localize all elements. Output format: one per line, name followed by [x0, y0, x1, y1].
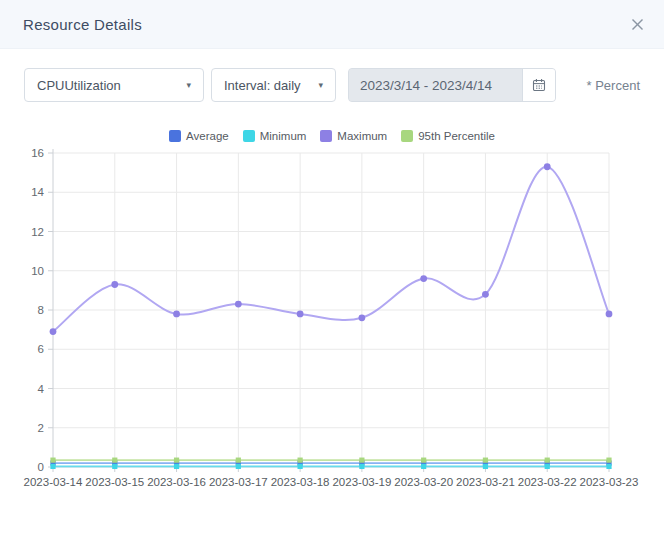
data-point-minimum[interactable] — [421, 464, 426, 469]
y-tick-label: 4 — [38, 383, 45, 395]
line-chart: 02468101214162023-03-142023-03-152023-03… — [0, 120, 664, 520]
y-tick-label: 16 — [31, 147, 44, 159]
y-tick-label: 6 — [38, 343, 44, 355]
unit-note: * Percent — [587, 78, 640, 93]
data-point-maximum[interactable] — [235, 301, 242, 308]
interval-select-value: Interval: daily — [224, 78, 301, 93]
y-tick-label: 14 — [31, 186, 44, 198]
y-tick-label: 10 — [31, 265, 44, 277]
calendar-icon — [531, 77, 547, 93]
data-point-95th-percentile[interactable] — [545, 458, 550, 463]
data-point-minimum[interactable] — [174, 464, 179, 469]
calendar-button[interactable] — [522, 69, 555, 101]
x-tick-label: 2023-03-21 — [456, 476, 515, 488]
close-icon — [631, 18, 644, 31]
y-tick-label: 12 — [31, 226, 44, 238]
data-point-maximum[interactable] — [111, 281, 118, 288]
data-point-95th-percentile[interactable] — [298, 458, 303, 463]
date-range-input[interactable] — [349, 69, 522, 101]
data-point-maximum[interactable] — [173, 311, 180, 318]
data-point-maximum[interactable] — [420, 275, 427, 282]
data-point-minimum[interactable] — [359, 464, 364, 469]
data-point-maximum[interactable] — [482, 291, 489, 298]
data-point-minimum[interactable] — [483, 464, 488, 469]
y-tick-label: 0 — [38, 461, 44, 473]
data-point-95th-percentile[interactable] — [50, 458, 55, 463]
metric-select-value: CPUUtilization — [37, 78, 121, 93]
y-tick-label: 8 — [38, 304, 44, 316]
x-tick-label: 2023-03-16 — [147, 476, 206, 488]
data-point-95th-percentile[interactable] — [421, 458, 426, 463]
x-tick-label: 2023-03-18 — [271, 476, 330, 488]
data-point-maximum[interactable] — [297, 311, 304, 318]
data-point-95th-percentile[interactable] — [174, 458, 179, 463]
metric-select[interactable]: CPUUtilization ▾ — [24, 68, 204, 102]
data-point-minimum[interactable] — [606, 464, 611, 469]
dialog-title: Resource Details — [23, 16, 142, 33]
data-point-minimum[interactable] — [545, 464, 550, 469]
data-point-95th-percentile[interactable] — [359, 458, 364, 463]
x-tick-label: 2023-03-20 — [394, 476, 453, 488]
data-point-minimum[interactable] — [236, 464, 241, 469]
data-point-maximum[interactable] — [606, 311, 613, 318]
x-tick-label: 2023-03-23 — [580, 476, 639, 488]
x-tick-label: 2023-03-19 — [332, 476, 391, 488]
data-point-95th-percentile[interactable] — [112, 458, 117, 463]
interval-select[interactable]: Interval: daily ▾ — [211, 68, 336, 102]
series-line-maximum — [53, 167, 609, 332]
data-point-minimum[interactable] — [112, 464, 117, 469]
chevron-down-icon: ▾ — [318, 81, 323, 90]
dialog-header: Resource Details — [0, 0, 664, 49]
data-point-maximum[interactable] — [50, 328, 57, 335]
controls-bar: CPUUtilization ▾ Interval: daily ▾ * Per… — [24, 68, 640, 102]
data-point-95th-percentile[interactable] — [236, 458, 241, 463]
x-tick-label: 2023-03-15 — [85, 476, 144, 488]
date-range-picker — [348, 68, 556, 102]
data-point-minimum[interactable] — [298, 464, 303, 469]
data-point-minimum[interactable] — [50, 464, 55, 469]
data-point-maximum[interactable] — [544, 163, 551, 170]
data-point-95th-percentile[interactable] — [606, 458, 611, 463]
chevron-down-icon: ▾ — [186, 81, 191, 90]
x-tick-label: 2023-03-14 — [24, 476, 83, 488]
x-tick-label: 2023-03-17 — [209, 476, 268, 488]
close-button[interactable] — [625, 12, 650, 37]
x-tick-label: 2023-03-22 — [518, 476, 577, 488]
data-point-maximum[interactable] — [358, 314, 365, 321]
data-point-95th-percentile[interactable] — [483, 458, 488, 463]
y-tick-label: 2 — [38, 422, 44, 434]
